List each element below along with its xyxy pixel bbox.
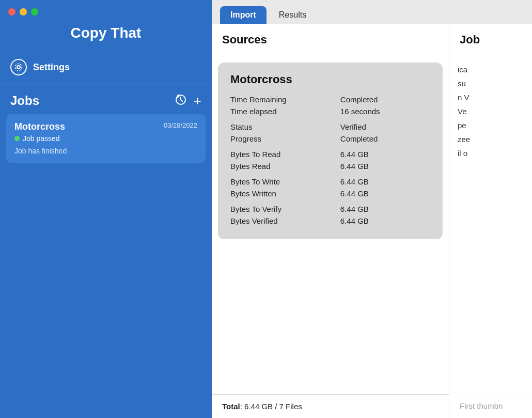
- sources-body: Motorcross Time Remaining Completed Time…: [212, 54, 449, 394]
- info-table: Time Remaining Completed Time elapsed 16…: [230, 94, 430, 227]
- status-dot: [14, 136, 20, 141]
- maximize-button[interactable]: [31, 8, 38, 16]
- minimize-button[interactable]: [20, 8, 27, 16]
- tabs-bar: Import Results: [212, 0, 532, 24]
- info-row-value: 6.44 GB: [340, 145, 430, 160]
- job-panel: Job icasun VVepezeeil o First thumbn: [449, 24, 532, 418]
- footer-bold: Total: [222, 402, 240, 411]
- info-table-row: Time Remaining Completed: [230, 94, 430, 105]
- info-row-value: 6.44 GB: [340, 199, 430, 215]
- tab-import[interactable]: Import: [220, 6, 267, 24]
- job-name: Motorcross: [14, 121, 65, 132]
- partial-line: Ve: [458, 104, 524, 118]
- settings-icon: [10, 59, 27, 75]
- info-row-label: Bytes To Write: [230, 172, 340, 188]
- info-table-row: Bytes Written 6.44 GB: [230, 188, 430, 199]
- partial-line: su: [458, 76, 524, 90]
- info-row-label: Time Remaining: [230, 94, 340, 105]
- settings-label: Settings: [33, 62, 70, 73]
- partial-line: zee: [458, 132, 524, 146]
- footer-text: : 6.44 GB / 7 Files: [240, 402, 302, 411]
- info-row-value: Verified: [340, 117, 430, 133]
- info-table-row: Bytes To Verify 6.44 GB: [230, 199, 430, 215]
- info-card-title: Motorcross: [230, 73, 430, 86]
- info-table-row: Status Verified: [230, 117, 430, 133]
- info-table-row: Bytes Read 6.44 GB: [230, 160, 430, 172]
- info-row-label: Progress: [230, 133, 340, 145]
- info-row-value: 6.44 GB: [340, 188, 430, 199]
- job-panel-footer: First thumbn: [449, 394, 532, 418]
- job-card[interactable]: Motorcross 03/28/2022 Job passed Job has…: [6, 114, 206, 163]
- job-panel-header: Job: [449, 24, 532, 54]
- settings-row[interactable]: Settings: [0, 54, 212, 84]
- titlebar-controls: [0, 0, 212, 16]
- svg-point-1: [15, 64, 22, 71]
- close-button[interactable]: [8, 8, 15, 16]
- info-row-value: 16 seconds: [340, 105, 430, 117]
- info-row-label: Bytes Written: [230, 188, 340, 199]
- sources-panel: Sources Motorcross Time Remaining Comple…: [212, 24, 449, 418]
- job-date: 03/28/2022: [164, 121, 197, 129]
- info-table-row: Bytes To Write 6.44 GB: [230, 172, 430, 188]
- info-table-row: Bytes Verified 6.44 GB: [230, 215, 430, 227]
- partial-line: il o: [458, 146, 524, 160]
- sources-panel-header: Sources: [212, 24, 449, 54]
- info-table-row: Bytes To Read 6.44 GB: [230, 145, 430, 160]
- partial-lines: icasun VVepezeeil o: [458, 63, 524, 160]
- job-finished-text: Job has finished: [14, 147, 197, 155]
- content-area: Sources Motorcross Time Remaining Comple…: [212, 24, 532, 418]
- sources-title: Sources: [222, 33, 267, 46]
- info-row-label: Status: [230, 117, 340, 133]
- add-job-icon[interactable]: +: [194, 94, 201, 107]
- jobs-section-title: Jobs: [10, 94, 175, 108]
- main-content: Import Results Sources Motorcross Time R…: [212, 0, 532, 418]
- info-card: Motorcross Time Remaining Completed Time…: [218, 63, 443, 239]
- info-row-value: Completed: [340, 133, 430, 145]
- app-title: Copy That: [0, 16, 212, 54]
- partial-line: ica: [458, 63, 524, 76]
- info-row-value: Completed: [340, 94, 430, 105]
- job-status-row: Job passed: [14, 134, 197, 143]
- info-row-label: Bytes To Read: [230, 145, 340, 160]
- info-row-value: 6.44 GB: [340, 160, 430, 172]
- info-table-row: Time elapsed 16 seconds: [230, 105, 430, 117]
- jobs-header: Jobs +: [0, 84, 212, 114]
- info-row-label: Time elapsed: [230, 105, 340, 117]
- sources-footer: Total: 6.44 GB / 7 Files: [212, 394, 449, 418]
- info-row-value: 6.44 GB: [340, 215, 430, 227]
- job-panel-body: icasun VVepezeeil o: [449, 54, 532, 394]
- job-panel-title: Job: [460, 33, 480, 46]
- tab-results[interactable]: Results: [269, 6, 317, 24]
- first-thumb-text: First thumbn: [460, 401, 503, 410]
- history-icon[interactable]: [175, 94, 186, 108]
- info-row-label: Bytes To Verify: [230, 199, 340, 215]
- job-status-text: Job passed: [23, 134, 60, 143]
- svg-point-0: [17, 66, 20, 69]
- info-row-value: 6.44 GB: [340, 172, 430, 188]
- jobs-header-icons: +: [175, 94, 201, 108]
- job-card-header: Motorcross 03/28/2022: [14, 121, 197, 132]
- info-table-row: Progress Completed: [230, 133, 430, 145]
- info-row-label: Bytes Read: [230, 160, 340, 172]
- sidebar: Copy That Settings Jobs + Mot: [0, 0, 212, 418]
- partial-line: pe: [458, 118, 524, 132]
- info-row-label: Bytes Verified: [230, 215, 340, 227]
- partial-line: n V: [458, 90, 524, 104]
